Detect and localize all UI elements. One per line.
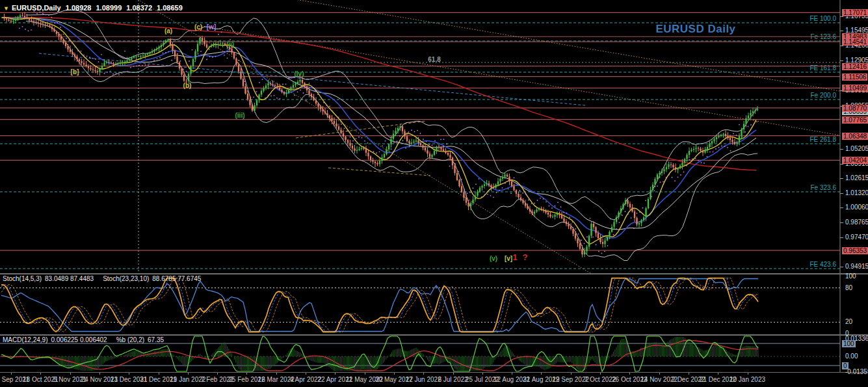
price-level-badge: 1.04204 bbox=[842, 157, 868, 164]
date-tick-mark bbox=[335, 373, 335, 375]
date-tick-mark bbox=[99, 373, 100, 375]
stoch-axis-tick: 20 bbox=[845, 319, 852, 325]
wave-label: [w] bbox=[207, 23, 216, 31]
price-level-badge: 1.06348 bbox=[842, 133, 868, 140]
ma-18 bbox=[2, 18, 756, 238]
wave-label: [b] bbox=[71, 68, 79, 75]
date-tick-mark bbox=[600, 373, 601, 375]
macd-values: 0.006225 0.006402 bbox=[51, 336, 107, 343]
wave-label: 1 ? bbox=[513, 252, 529, 262]
date-tick-mark bbox=[512, 373, 512, 375]
panel-separator[interactable] bbox=[0, 372, 868, 373]
price-axis-tick: 1.02615 bbox=[845, 175, 868, 181]
price-level-badge: 1.08770 bbox=[842, 105, 868, 112]
date-tick-mark bbox=[571, 373, 572, 375]
axis-tick-mark bbox=[840, 149, 843, 150]
candlestick-series bbox=[1, 12, 758, 258]
wave-label: (iii) bbox=[235, 112, 245, 119]
price-level-badge: 1.10499 bbox=[842, 85, 868, 92]
axis-tick-mark bbox=[840, 46, 843, 46]
price-axis-tick: 0.98765 bbox=[845, 219, 868, 226]
date-tick-mark bbox=[541, 373, 542, 375]
axis-tick-mark bbox=[840, 207, 843, 208]
price-axis-tick: 1.05205 bbox=[845, 146, 868, 152]
date-tick-mark bbox=[748, 373, 748, 375]
wave-label: (c) bbox=[194, 23, 202, 31]
panel-separator[interactable] bbox=[0, 273, 868, 274]
wave-label: 61.8 bbox=[428, 56, 440, 63]
date-tick-mark bbox=[129, 373, 129, 375]
axis-tick-mark bbox=[840, 60, 843, 61]
price-level-badge: 1.11506 bbox=[842, 73, 867, 81]
panel-separator[interactable] bbox=[0, 334, 868, 336]
main-chart-canvas[interactable]: FE 100.0Fe 123.6FE 161.8Fe 200.0FE 261.8… bbox=[0, 0, 868, 273]
price-axis-tick: 0.97470 bbox=[845, 234, 868, 241]
pctb-level-badge: 0 bbox=[842, 362, 848, 369]
date-tick-mark bbox=[629, 373, 630, 375]
chart-window: FE 100.0Fe 123.6FE 161.8Fe 200.0FE 261.8… bbox=[0, 0, 868, 387]
chart-title: ▼EURUSD,Daily1.089281.089991.083721.0865… bbox=[3, 4, 183, 12]
symbol-period-label: EURUSD,Daily bbox=[12, 4, 61, 12]
axis-tick-mark bbox=[840, 193, 843, 194]
price-level-badge: 1.12416 bbox=[842, 63, 868, 70]
wave-label: (a) bbox=[164, 27, 172, 34]
date-tick-mark bbox=[70, 373, 71, 375]
date-tick-mark bbox=[246, 373, 247, 375]
macd-name: MACD(12,24,9) bbox=[3, 336, 47, 343]
price-level-badge: 1.14541 bbox=[842, 38, 868, 46]
price-axis-tick: 1.00060 bbox=[845, 204, 868, 211]
axis-tick-mark bbox=[840, 31, 843, 31]
date-tick-mark bbox=[659, 373, 660, 375]
ma-8 bbox=[2, 18, 756, 244]
macd-axis-zero: 0.00 bbox=[845, 353, 858, 360]
stochastic-indicator-label: Stoch(14,5,3)83.0489 87.4483Stoch(23,23,… bbox=[3, 275, 201, 282]
fib-extension-label: Fe 200.0 bbox=[811, 92, 837, 99]
stoch-axis-tick: 80 bbox=[845, 285, 852, 291]
axis-tick-mark bbox=[840, 222, 843, 223]
date-axis-label: 4 Apr 2022 bbox=[290, 376, 321, 383]
ma-30 bbox=[2, 18, 756, 230]
date-tick-mark bbox=[188, 373, 189, 375]
date-axis-label: 16 Mar 2022 bbox=[258, 376, 295, 383]
wave-label: (v) bbox=[490, 255, 497, 262]
date-tick-mark bbox=[11, 373, 12, 375]
price-level-badge: 0.96353 bbox=[842, 247, 868, 254]
date-axis-label: 19 Sep 2022 bbox=[552, 376, 589, 383]
date-tick-mark bbox=[453, 373, 454, 375]
axis-tick-mark bbox=[840, 178, 843, 179]
date-tick-mark bbox=[423, 373, 424, 375]
price-axis-tick: 0.94915 bbox=[845, 263, 868, 270]
wave-label: (ii) bbox=[226, 41, 234, 48]
ohlc-close: 1.08659 bbox=[157, 4, 183, 12]
date-tick-mark bbox=[482, 373, 483, 375]
ohlc-low: 1.08372 bbox=[126, 4, 152, 12]
price-level-badge: 1.17071 bbox=[842, 9, 868, 16]
wave-label: (b) bbox=[183, 82, 192, 89]
pctb-level-badge: 100 bbox=[842, 340, 856, 347]
pctb-value: 67.35 bbox=[148, 336, 164, 343]
fib-extension-label: FE 100.0 bbox=[809, 15, 836, 22]
date-tick-mark bbox=[159, 373, 159, 375]
date-tick-mark bbox=[689, 373, 689, 375]
ma-200 bbox=[2, 18, 756, 170]
fib-extension-label: FE 423.6 bbox=[809, 261, 836, 268]
date-tick-mark bbox=[217, 373, 218, 375]
price-level-badge: 1.07765 bbox=[842, 116, 868, 124]
date-tick-mark bbox=[276, 373, 277, 375]
stochastic-panel-canvas[interactable] bbox=[0, 274, 868, 334]
fib-extension-label: Fe 323.6 bbox=[811, 184, 837, 191]
axis-tick-mark bbox=[840, 267, 843, 267]
symbol-dropdown-arrow-icon[interactable]: ▼ bbox=[3, 5, 9, 12]
chart-watermark: EURUSD Daily bbox=[640, 23, 751, 36]
stoch1-name: Stoch(14,5,3) bbox=[3, 275, 42, 282]
date-tick-mark bbox=[394, 373, 395, 375]
date-axis-label: 6 Jul 2022 bbox=[438, 376, 467, 383]
stoch2-main bbox=[1, 279, 758, 332]
stoch-axis-tick: 100 bbox=[845, 273, 856, 280]
ohlc-high: 1.08999 bbox=[96, 4, 122, 12]
date-tick-mark bbox=[40, 373, 41, 375]
price-axis-tick: 1.01320 bbox=[845, 190, 868, 196]
date-axis-label: 10 Jan 2023 bbox=[730, 376, 765, 383]
stoch1-main bbox=[1, 278, 758, 332]
stoch2-values: 88.6785 77.6745 bbox=[152, 275, 201, 282]
